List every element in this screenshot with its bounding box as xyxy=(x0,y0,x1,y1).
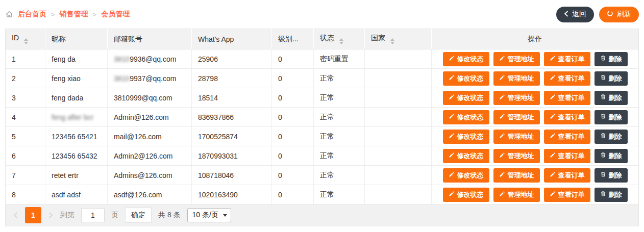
cell-nickname: feng xiao xyxy=(45,69,108,88)
page: 后台首页 > 销售管理 > 会员管理 返回 刷新 xyxy=(0,0,644,226)
cell-status: 正常 xyxy=(314,127,365,146)
view-orders-button[interactable]: 查看订单 xyxy=(544,168,590,183)
view-orders-button[interactable]: 查看订单 xyxy=(544,149,590,163)
cell-status: 密码重置 xyxy=(314,49,365,69)
sort-icon[interactable] xyxy=(390,38,394,44)
modify-status-button[interactable]: 修改状态 xyxy=(443,110,489,124)
manage-address-button[interactable]: 管理地址 xyxy=(493,71,540,86)
goto-page-label: 到第 xyxy=(60,211,75,220)
email-text: Admin@126.com xyxy=(114,113,169,121)
cell-whatsapp: 1700525874 xyxy=(192,127,272,146)
cell-status: 正常 xyxy=(314,88,365,108)
chevron-left-icon xyxy=(564,10,568,18)
manage-address-button[interactable]: 管理地址 xyxy=(493,130,540,144)
breadcrumb-separator: > xyxy=(51,11,55,18)
delete-button[interactable]: 删除 xyxy=(595,71,628,86)
breadcrumb-separator: > xyxy=(93,11,97,18)
cell-email: 38109937@qq.com xyxy=(108,69,192,88)
column-header-id[interactable]: ID xyxy=(6,29,45,49)
prev-page-button[interactable] xyxy=(13,212,18,219)
delete-button[interactable]: 删除 xyxy=(595,149,628,163)
view-orders-button[interactable]: 查看订单 xyxy=(544,52,590,66)
pencil-icon xyxy=(499,55,505,63)
delete-button[interactable]: 删除 xyxy=(595,188,628,202)
trash-icon xyxy=(600,74,606,82)
delete-button[interactable]: 删除 xyxy=(595,130,628,144)
sort-icon[interactable] xyxy=(24,38,28,44)
cell-email: Admin2@126.com xyxy=(108,146,192,166)
view-orders-button[interactable]: 查看订单 xyxy=(544,91,590,105)
delete-button[interactable]: 删除 xyxy=(595,52,628,66)
column-header-status[interactable]: 状态 xyxy=(314,29,365,49)
view-orders-button[interactable]: 查看订单 xyxy=(544,110,590,124)
modify-status-button[interactable]: 修改状态 xyxy=(443,71,489,86)
manage-address-button[interactable]: 管理地址 xyxy=(493,52,540,66)
cell-actions: 修改状态 管理地址 查看订单 删除 xyxy=(432,69,639,88)
cell-nickname: feng da xyxy=(45,49,108,69)
members-table: ID 昵称 邮箱账号 What's App 级别... 状态 国家 操作 1 xyxy=(5,29,639,204)
table-row: 4 feng after bcr Admin@126.com 836937866… xyxy=(6,108,639,127)
manage-address-button[interactable]: 管理地址 xyxy=(493,91,540,105)
pencil-icon xyxy=(499,94,505,101)
page-size-select[interactable]: 10 条/页 xyxy=(187,208,231,222)
column-header-nickname: 昵称 xyxy=(45,29,108,49)
cell-country xyxy=(365,49,432,69)
top-bar: 后台首页 > 销售管理 > 会员管理 返回 刷新 xyxy=(5,0,639,29)
cell-country xyxy=(365,185,432,204)
modify-status-button[interactable]: 修改状态 xyxy=(443,91,489,105)
modify-status-button[interactable]: 修改状态 xyxy=(443,188,489,202)
modify-status-button[interactable]: 修改状态 xyxy=(443,130,489,144)
nickname-text: asdf adsf xyxy=(52,191,81,199)
cell-whatsapp: 25906 xyxy=(192,49,272,69)
table-row: 5 123456 65421 mail@126.com 1700525874 0… xyxy=(6,127,639,146)
delete-button[interactable]: 删除 xyxy=(595,91,628,105)
manage-address-button[interactable]: 管理地址 xyxy=(493,110,540,124)
modify-status-button[interactable]: 修改状态 xyxy=(443,168,489,183)
pencil-icon xyxy=(449,191,455,198)
table-body: 1 feng da 38109936@qq.com 25906 0 密码重置 修… xyxy=(6,49,639,204)
breadcrumb-link-members[interactable]: 会员管理 xyxy=(101,10,130,19)
pagination-bar: 1 到第 页 确定 共 8 条 10 条/页 xyxy=(5,204,639,226)
nickname-text: 123456 65421 xyxy=(52,133,97,141)
view-orders-button[interactable]: 查看订单 xyxy=(544,188,590,202)
view-orders-button[interactable]: 查看订单 xyxy=(544,71,590,86)
view-orders-button[interactable]: 查看订单 xyxy=(544,130,590,144)
cell-country xyxy=(365,88,432,108)
cell-level: 0 xyxy=(272,146,314,166)
cell-nickname: feng after bcr xyxy=(45,108,108,127)
page-number-button[interactable]: 1 xyxy=(25,207,41,223)
cell-status: 正常 xyxy=(314,146,365,166)
cell-email: 3810999@qq.com xyxy=(108,88,192,108)
modify-status-button[interactable]: 修改状态 xyxy=(443,149,489,163)
breadcrumb-link-sales[interactable]: 销售管理 xyxy=(60,10,88,19)
delete-button[interactable]: 删除 xyxy=(595,110,628,124)
confirm-button[interactable]: 确定 xyxy=(125,208,152,223)
cell-level: 0 xyxy=(272,127,314,146)
sort-icon[interactable] xyxy=(339,38,343,44)
cell-actions: 修改状态 管理地址 查看订单 删除 xyxy=(432,49,639,69)
pencil-icon xyxy=(499,191,505,198)
delete-button[interactable]: 删除 xyxy=(595,168,628,183)
redacted-text: feng after bcr xyxy=(52,113,94,121)
goto-page-input[interactable] xyxy=(81,208,105,222)
cell-country xyxy=(365,108,432,127)
cell-status: 正常 xyxy=(314,108,365,127)
modify-status-button[interactable]: 修改状态 xyxy=(443,52,489,66)
cell-country xyxy=(365,146,432,166)
cell-level: 0 xyxy=(272,108,314,127)
column-header-country[interactable]: 国家 xyxy=(365,29,432,49)
next-page-button[interactable] xyxy=(48,212,54,219)
cell-whatsapp: 1870993031 xyxy=(192,146,272,166)
back-button[interactable]: 返回 xyxy=(556,7,594,22)
cell-id: 3 xyxy=(6,88,45,108)
refresh-button[interactable]: 刷新 xyxy=(599,7,639,22)
breadcrumb-link-home[interactable]: 后台首页 xyxy=(18,10,46,19)
table-row: 6 123456 65432 Admin2@126.com 1870993031… xyxy=(6,146,639,166)
manage-address-button[interactable]: 管理地址 xyxy=(493,168,540,183)
manage-address-button[interactable]: 管理地址 xyxy=(493,188,540,202)
table-row: 1 feng da 38109936@qq.com 25906 0 密码重置 修… xyxy=(6,49,639,69)
manage-address-button[interactable]: 管理地址 xyxy=(493,149,540,163)
pencil-icon xyxy=(449,94,455,101)
column-header-actions: 操作 xyxy=(432,29,639,49)
redacted-text: 3810 xyxy=(114,74,130,83)
